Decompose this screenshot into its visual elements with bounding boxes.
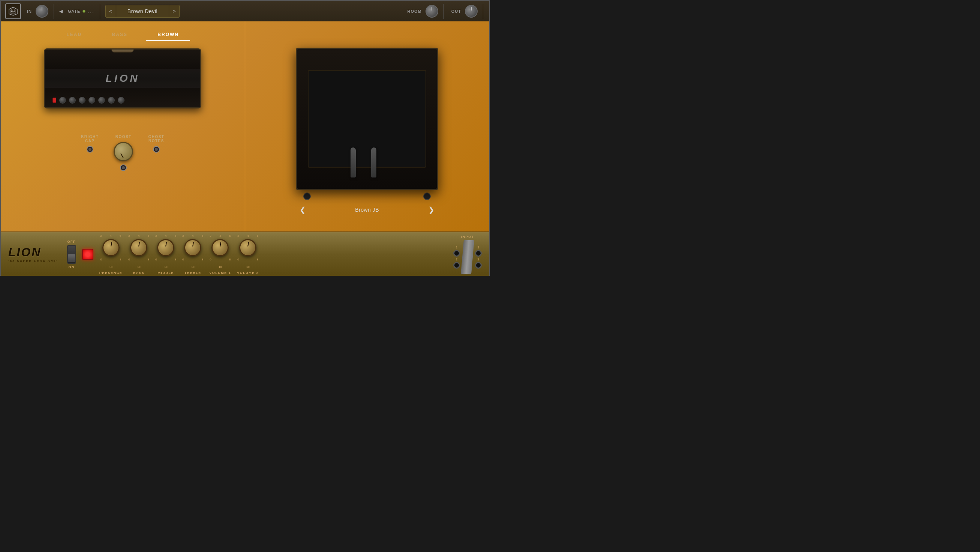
preset-prev-button[interactable]: < [106, 5, 116, 18]
volume2-knob[interactable] [239, 239, 256, 256]
room-label: ROOM [407, 9, 422, 13]
treble-knob[interactable] [184, 239, 201, 256]
channel-tabs: LEAD BASS BROWN [51, 29, 194, 41]
gate-label: GATE [68, 9, 80, 13]
cab-name: Brown JB [355, 207, 379, 213]
volume1-label: VOLUME 1 [209, 271, 231, 275]
tab-lead[interactable]: LEAD [55, 29, 93, 41]
input-1-label: 1 [455, 246, 457, 249]
mic-left [350, 147, 356, 177]
amp-image: LION [44, 48, 201, 123]
bright-cap-toggle[interactable] [87, 146, 93, 153]
presence-scale-6: 6 [119, 234, 121, 238]
power-led[interactable] [82, 249, 93, 260]
ua-logo[interactable]: UA [5, 3, 21, 19]
tab-brown[interactable]: BROWN [146, 29, 190, 41]
presence-scale-8: 8 [119, 258, 121, 261]
preset-name: Brown Devil [116, 8, 169, 14]
boost-toggle[interactable] [120, 164, 127, 171]
amp-knob-5[interactable] [98, 97, 105, 104]
bass-label: BASS [133, 271, 145, 275]
volume2-label: VOLUME 2 [237, 271, 259, 275]
presence-scale-4: 4 [110, 234, 111, 238]
amp-controls-section: BRIGHT CAP BOOST GHOST NOTES [51, 135, 194, 171]
gate-arrow: ◀ [59, 9, 63, 14]
amp-body: LION [44, 48, 201, 108]
cab-wheel-right [423, 193, 431, 200]
input-r2-label: 2 [477, 257, 479, 261]
right-panel: ❮ Brown JB ❯ [245, 21, 490, 231]
input-jack-3[interactable] [475, 250, 482, 257]
boost-control: BOOST [114, 135, 133, 171]
amp-knob-6[interactable] [108, 97, 115, 104]
room-knob[interactable] [426, 5, 438, 18]
in-knob[interactable] [36, 5, 48, 18]
treble-group: 2 4 6 0 8 10 TREBLE [182, 234, 203, 275]
divider-3 [444, 4, 444, 19]
input-jack-4[interactable] [475, 262, 482, 269]
amp-knob-2[interactable] [69, 97, 76, 104]
power-toggle[interactable] [67, 245, 76, 264]
bright-cap-toggle-inner [89, 148, 91, 151]
volume1-group: 2 4 6 0 8 10 VOLUME 1 [209, 234, 231, 275]
out-knob[interactable] [465, 5, 477, 18]
app: UA IN ◀ GATE ... < Brown Devil > ROOM OU… [0, 0, 490, 276]
amp-knob-7[interactable] [118, 97, 124, 104]
boost-knob[interactable] [114, 142, 133, 161]
bass-group: 2 4 6 0 8 10 BASS [128, 234, 149, 275]
presence-scale-10: 10 [109, 265, 113, 269]
middle-knob[interactable] [157, 239, 174, 256]
amp-power-led [52, 97, 56, 103]
cab-prev-button[interactable]: ❮ [296, 204, 310, 216]
three-dots: ... [88, 8, 94, 14]
cab-wheels [296, 193, 438, 200]
tab-bass[interactable]: BASS [101, 29, 139, 41]
amp-brand-text: LION [106, 72, 140, 85]
off-label: OFF [67, 240, 76, 244]
presence-scale-2: 2 [100, 234, 102, 238]
boost-label: BOOST [116, 135, 132, 139]
amp-knob-3[interactable] [79, 97, 86, 104]
gate-indicator [83, 10, 86, 13]
divider-1 [54, 4, 54, 19]
bright-cap-label: BRIGHT CAP [81, 135, 99, 143]
bass-knob[interactable] [130, 239, 147, 256]
input-r1-label: 1 [477, 246, 479, 249]
amp-controls-row [52, 97, 193, 104]
lion-sub-text: '68 SUPER LEAD AMP [8, 259, 57, 263]
preset-nav: < Brown Devil > [105, 5, 180, 18]
amp-knob-1[interactable] [59, 97, 66, 104]
presence-label: PRESENCE [99, 271, 123, 275]
input-jack-1[interactable] [453, 250, 460, 257]
middle-group: 2 4 6 0 8 10 MIDDLE [155, 234, 176, 275]
ghost-notes-toggle[interactable] [153, 146, 160, 153]
lion-brand-text: LION [8, 246, 57, 258]
amp-handle [111, 48, 134, 53]
in-label: IN [27, 9, 32, 13]
cab-wheel-left [303, 193, 311, 200]
presence-group: 2 4 6 0 8 10 PRESENCE [99, 234, 123, 275]
input-jack-2[interactable] [453, 262, 460, 269]
on-label: ON [68, 265, 75, 269]
treble-label: TREBLE [185, 271, 201, 275]
main-area: LEAD BASS BROWN LION [1, 21, 489, 231]
volume2-group: 2 4 6 0 8 10 VOLUME 2 [237, 234, 259, 275]
lion-brand-section: LION '68 SUPER LEAD AMP [8, 246, 57, 263]
cab-nav: ❮ Brown JB ❯ [296, 204, 438, 216]
boost-toggle-inner [122, 166, 125, 169]
power-switch-group: OFF ON [67, 240, 76, 269]
ghost-notes-control: GHOST NOTES [148, 135, 164, 153]
middle-label: MIDDLE [158, 271, 174, 275]
cab-grille [308, 70, 426, 168]
left-panel: LEAD BASS BROWN LION [1, 21, 245, 231]
input-2-label: 2 [455, 257, 457, 261]
presence-scale-0: 0 [100, 258, 102, 261]
preset-next-button[interactable]: > [169, 5, 179, 18]
out-label: OUT [451, 9, 461, 13]
presence-knob[interactable] [102, 239, 119, 256]
amp-knob-4[interactable] [89, 97, 95, 104]
mic-right [371, 147, 376, 177]
toggle-lever [68, 254, 75, 262]
cab-next-button[interactable]: ❯ [425, 204, 438, 216]
volume1-knob[interactable] [212, 239, 229, 256]
